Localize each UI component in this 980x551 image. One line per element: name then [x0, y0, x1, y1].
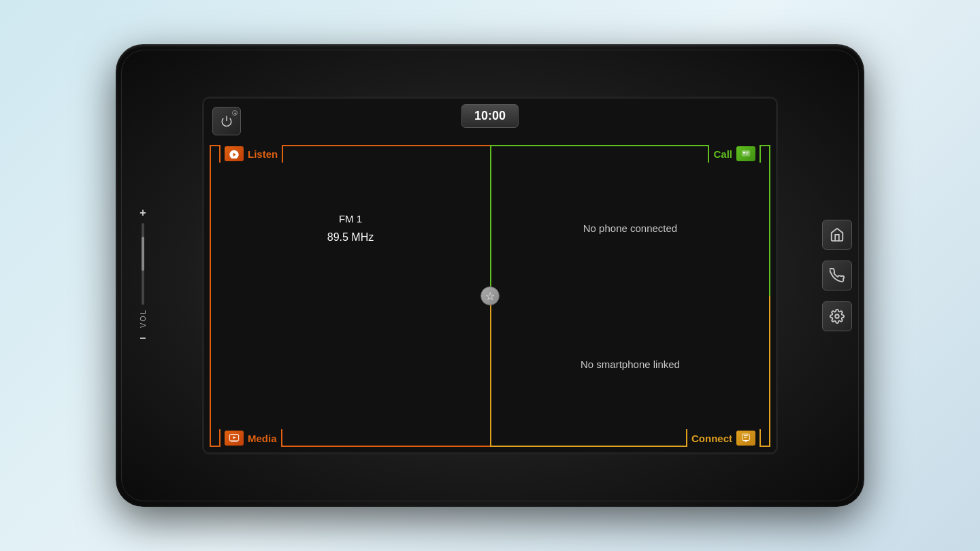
volume-plus[interactable]: + [140, 207, 146, 219]
call-tab: Call [708, 145, 761, 163]
listen-label: Listen [248, 148, 278, 160]
volume-minus[interactable]: – [140, 332, 146, 344]
call-quadrant[interactable]: Call No phone connected [490, 145, 770, 296]
connect-quadrant[interactable]: Connect No smartphone lin [490, 296, 770, 447]
connect-content: No smartphone linked [500, 304, 761, 437]
volume-label: VOL [139, 309, 147, 328]
volume-track[interactable] [142, 223, 144, 305]
call-content: No phone connected [500, 154, 761, 288]
listen-quadrant[interactable]: Listen FM 1 89.5 MHz [210, 145, 490, 296]
media-label: Media [248, 433, 277, 444]
connect-icon [736, 431, 755, 446]
connect-tab: Connect [686, 429, 761, 447]
volume-thumb [142, 237, 144, 271]
listen-icon [225, 146, 244, 161]
time-display: 10:00 [461, 104, 519, 128]
volume-control: + VOL – [139, 207, 147, 344]
frequency-label: 89.5 MHz [219, 231, 482, 244]
connect-label: Connect [691, 433, 732, 444]
main-grid: Listen FM 1 89.5 MHz Call [210, 145, 770, 447]
svg-point-0 [835, 314, 839, 318]
screen: ✦ 10:00 Listen [204, 99, 776, 452]
power-button[interactable]: ✦ [212, 107, 241, 135]
right-panel [810, 44, 864, 507]
svg-rect-8 [231, 441, 238, 441]
no-smartphone-text: No smartphone linked [581, 358, 680, 370]
call-label: Call [713, 148, 732, 160]
media-content [219, 304, 482, 437]
svg-rect-5 [747, 153, 748, 154]
svg-rect-3 [743, 152, 746, 153]
settings-button[interactable] [822, 301, 852, 331]
svg-rect-4 [747, 152, 749, 152]
home-button[interactable] [822, 220, 852, 250]
media-icon [225, 431, 244, 446]
media-quadrant[interactable]: Media [210, 296, 490, 447]
listen-content: FM 1 89.5 MHz [219, 154, 482, 288]
call-icon [736, 146, 755, 161]
svg-marker-7 [233, 436, 236, 439]
svg-rect-13 [745, 440, 748, 441]
center-star-button[interactable]: ☆ [480, 286, 500, 305]
phone-button[interactable] [822, 261, 852, 290]
listen-tab: Listen [219, 145, 283, 163]
svg-rect-2 [742, 150, 750, 156]
fm-label: FM 1 [219, 213, 482, 224]
no-phone-text: No phone connected [583, 222, 677, 234]
screen-inner: ✦ 10:00 Listen [204, 99, 776, 452]
star-icon: ☆ [485, 290, 495, 303]
head-unit: + VOL – [116, 44, 864, 507]
media-tab: Media [219, 429, 282, 447]
left-panel: + VOL – [116, 44, 170, 507]
svg-rect-10 [744, 435, 748, 436]
svg-rect-11 [744, 437, 747, 437]
